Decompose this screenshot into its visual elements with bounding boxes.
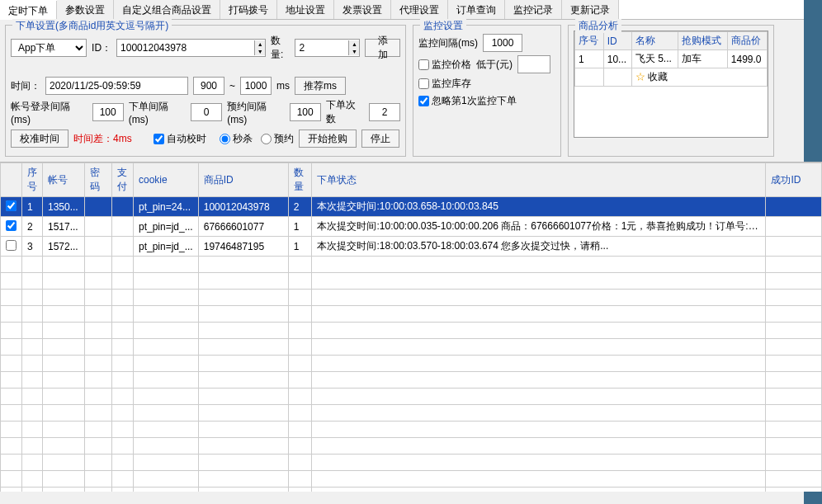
row-checkbox[interactable] — [6, 240, 17, 251]
table-row[interactable]: 21517...pt_pin=jd_...676666010771本次提交时间:… — [1, 217, 822, 237]
order-settings-panel: 下单设置(多商品id用英文逗号隔开) App下单 ID： ▲▼ 数量: ▲▼ 添… — [5, 25, 406, 157]
tab-9[interactable]: 更新记录 — [562, 0, 619, 19]
table-row[interactable]: 11350...pt_pin=24...1000120439782本次提交时间:… — [1, 197, 822, 217]
login-interval-label: 帐号登录间隔(ms) — [11, 100, 87, 125]
calibrate-button[interactable]: 校准时间 — [11, 130, 68, 148]
order-count-input[interactable] — [369, 103, 400, 121]
start-button[interactable]: 开始抢购 — [299, 130, 357, 148]
id-label: ID： — [92, 41, 111, 55]
grid-col-7[interactable]: 数量 — [288, 163, 312, 197]
tab-8[interactable]: 监控记录 — [505, 0, 562, 19]
below-label: 低于(元) — [476, 58, 513, 72]
tab-7[interactable]: 订单查询 — [448, 0, 505, 19]
qty-down[interactable]: ▼ — [349, 48, 359, 55]
table-row-empty — [1, 455, 822, 471]
below-input[interactable] — [517, 55, 550, 73]
order-interval-input[interactable] — [191, 103, 222, 121]
qty-up[interactable]: ▲ — [349, 40, 359, 48]
id-up[interactable]: ▲ — [255, 40, 265, 48]
ms-unit: ms — [276, 80, 290, 92]
table-row-empty — [1, 422, 822, 438]
table-row-empty — [1, 273, 822, 290]
parser-fav-row[interactable]: ☆ 收藏 — [575, 68, 768, 87]
ignore-first-checkbox[interactable] — [418, 96, 429, 106]
table-row-empty — [1, 405, 822, 422]
auto-calibrate-checkbox[interactable] — [154, 134, 164, 144]
table-row-empty — [1, 471, 822, 488]
grid-col-9[interactable]: 成功ID — [766, 163, 822, 197]
seckill-radio[interactable] — [220, 134, 230, 144]
monitor-panel: 监控设置 监控间隔(ms) 监控价格 低于(元) 监控库存 忽略第1次监控下单 — [413, 25, 561, 157]
tab-3[interactable]: 打码拨号 — [220, 0, 277, 19]
mode-select[interactable]: App下单 — [11, 39, 87, 57]
table-row-empty — [1, 488, 822, 492]
id-down[interactable]: ▼ — [255, 48, 265, 55]
monitor-stock-checkbox[interactable] — [418, 78, 429, 89]
table-row-empty — [1, 323, 822, 339]
ms2-input[interactable] — [240, 77, 272, 95]
ms1-input[interactable] — [193, 77, 224, 95]
table-row-empty — [1, 356, 822, 372]
grid-col-6[interactable]: 商品ID — [198, 163, 288, 197]
id-input[interactable] — [117, 40, 254, 55]
tab-6[interactable]: 代理设置 — [391, 0, 448, 19]
grid-col-5[interactable]: cookie — [133, 163, 198, 197]
parser-panel: 商品分析 序号 ID 名称 抢购模式 商品价 1 10... 飞天 5... 加… — [568, 25, 774, 157]
parser-row[interactable]: 1 10... 飞天 5... 加车 1499.0 — [575, 50, 768, 68]
tab-0[interactable]: 定时下单 — [0, 1, 57, 20]
grid-col-0[interactable] — [1, 163, 22, 197]
timediff-label: 时间差：4ms — [73, 132, 132, 146]
table-row-empty — [1, 372, 822, 389]
order-panel-title: 下单设置(多商品id用英文逗号隔开) — [12, 19, 172, 33]
table-row-empty — [1, 389, 822, 405]
order-interval-label: 下单间隔(ms) — [129, 100, 187, 125]
table-row-empty — [1, 438, 822, 455]
reserve-radio[interactable] — [261, 134, 272, 144]
table-row-empty — [1, 306, 822, 323]
row-checkbox[interactable] — [6, 220, 17, 231]
monitor-interval-input[interactable] — [483, 34, 522, 52]
tab-4[interactable]: 地址设置 — [277, 0, 334, 19]
grid-header-row: 序号帐号密码支付cookie商品ID数量下单状态成功ID — [1, 163, 822, 197]
star-icon: ☆ — [635, 71, 645, 82]
add-button[interactable]: 添加 — [365, 39, 400, 57]
order-count-label: 下单次数 — [326, 98, 364, 126]
qty-input[interactable] — [295, 40, 348, 55]
monitor-panel-title: 监控设置 — [420, 19, 466, 33]
grid-col-4[interactable]: 支付 — [111, 163, 133, 197]
grid-col-1[interactable]: 序号 — [22, 163, 43, 197]
tab-2[interactable]: 自定义组合商品设置 — [114, 0, 220, 19]
table-row-empty — [1, 257, 822, 273]
table-row[interactable]: 31572...pt_pin=jd_...197464871951本次提交时间:… — [1, 237, 822, 257]
stop-button[interactable]: 停止 — [361, 130, 399, 148]
login-interval-input[interactable] — [92, 103, 124, 121]
parser-header-row: 序号 ID 名称 抢购模式 商品价 — [575, 32, 768, 50]
main-grid: 序号帐号密码支付cookie商品ID数量下单状态成功ID 11350...pt_… — [0, 162, 822, 492]
reserve-interval-label: 预约间隔(ms) — [227, 100, 285, 125]
grid-col-8[interactable]: 下单状态 — [312, 163, 766, 197]
monitor-price-checkbox[interactable] — [418, 59, 429, 70]
main-tabs: 定时下单参数设置自定义组合商品设置打码拨号地址设置发票设置代理设置订单查询监控记… — [0, 0, 822, 20]
grid-col-3[interactable]: 密码 — [85, 163, 112, 197]
qty-label: 数量: — [271, 34, 290, 62]
parser-panel-title: 商品分析 — [575, 19, 621, 33]
table-row-empty — [1, 339, 822, 356]
monitor-interval-label: 监控间隔(ms) — [418, 36, 478, 50]
table-row-empty — [1, 290, 822, 306]
time-label: 时间： — [11, 79, 40, 93]
grid-col-2[interactable]: 帐号 — [43, 163, 85, 197]
time-input[interactable] — [45, 77, 188, 95]
suggest-ms-button[interactable]: 推荐ms — [295, 77, 346, 95]
row-checkbox[interactable] — [6, 200, 17, 211]
tab-5[interactable]: 发票设置 — [334, 0, 391, 19]
tab-1[interactable]: 参数设置 — [57, 0, 114, 19]
reserve-interval-input[interactable] — [290, 103, 321, 121]
